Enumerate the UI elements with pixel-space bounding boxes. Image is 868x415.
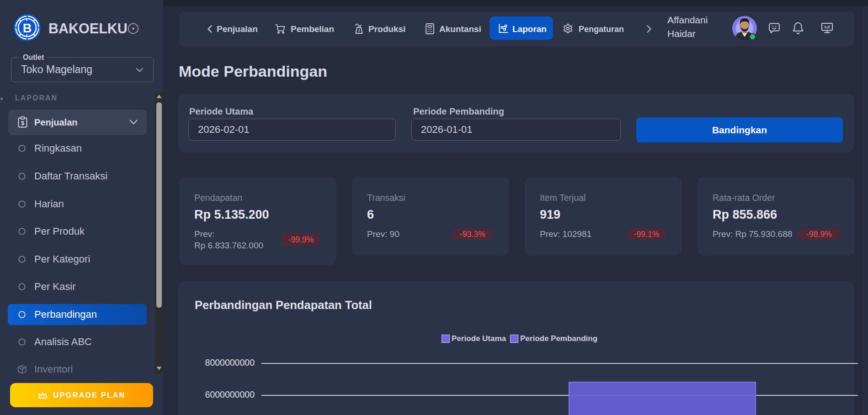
svg-text:$: $ <box>21 120 24 126</box>
svg-text:B: B <box>23 21 32 35</box>
